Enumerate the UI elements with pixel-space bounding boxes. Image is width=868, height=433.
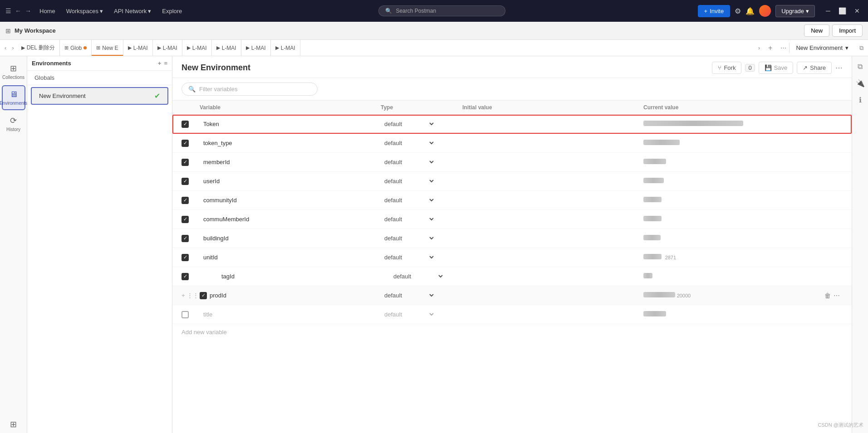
env-filter-icon[interactable]: ≡	[164, 60, 167, 67]
right-sidebar: ⧉ 🔌 ℹ	[852, 56, 868, 433]
blurred-current-unitid	[643, 254, 662, 259]
invite-button[interactable]: + Invite	[698, 5, 731, 17]
type-select-prodid[interactable]: default	[381, 290, 435, 301]
right-panel-env-icon[interactable]: 🔌	[853, 76, 868, 90]
filter-placeholder: Filter variables	[199, 86, 238, 92]
tab-lmai-3[interactable]: ▶ L-MAI	[182, 40, 212, 56]
env-globals[interactable]: Globals	[27, 71, 172, 85]
nav-workspaces[interactable]: Workspaces ▾	[62, 6, 108, 16]
type-select-tagid[interactable]: default	[390, 271, 444, 282]
more-options-button[interactable]: ⋯	[835, 63, 843, 72]
row-checkbox-memberid[interactable]	[181, 159, 189, 166]
tab-del[interactable]: ▶ DEL 删除分	[17, 40, 60, 56]
tab-forward-button[interactable]: ›	[9, 43, 16, 53]
row-add-icon-prodid: + ⋮⋮	[181, 292, 200, 299]
settings-icon[interactable]: ⚙	[735, 7, 741, 15]
more-row-button[interactable]: ⋯	[834, 292, 840, 299]
bell-icon[interactable]: 🔔	[745, 7, 755, 15]
tab-lmai-2[interactable]: ▶ L-MAI	[153, 40, 182, 56]
tab-back-button[interactable]: ‹	[2, 43, 9, 53]
tab-add-button[interactable]: +	[765, 42, 776, 54]
nav-api-network[interactable]: API Network ▾	[109, 6, 156, 16]
forward-button[interactable]: →	[25, 7, 31, 15]
env-add-icon[interactable]: +	[158, 60, 162, 67]
new-env-tab-label: New Environment	[796, 44, 843, 51]
minimize-button[interactable]: ─	[823, 6, 833, 15]
tab-lmai-4[interactable]: ▶ L-MAI	[212, 40, 241, 56]
tab-overflow-button[interactable]: ›	[755, 43, 763, 53]
tab-split-button[interactable]: ⧉	[857, 43, 866, 54]
menu-icon[interactable]: ☰	[5, 7, 11, 15]
row-checkbox-unitid[interactable]	[181, 254, 189, 261]
import-button[interactable]: Import	[832, 24, 863, 37]
save-button[interactable]: 💾 Save	[759, 62, 794, 74]
new-env-tab: New Environment ▾	[789, 43, 855, 53]
maximize-button[interactable]: ⬜	[836, 6, 849, 15]
row-checkbox-prodid[interactable]	[200, 292, 207, 299]
var-name-memberid: memberId	[200, 159, 381, 165]
upgrade-button[interactable]: Upgrade ▾	[775, 5, 815, 17]
new-button[interactable]: New	[804, 24, 829, 37]
env-globals-label: Globals	[34, 74, 54, 81]
window-controls: ─ ⬜ ✕	[823, 6, 863, 15]
type-select-commumemberid[interactable]: default	[381, 214, 435, 225]
close-button[interactable]: ✕	[852, 6, 863, 15]
row-checkbox-userid[interactable]	[181, 178, 189, 185]
table-row: tagId default	[172, 267, 852, 286]
type-select-buildingid[interactable]: default	[381, 233, 435, 244]
workspace-icon[interactable]: ⊞	[5, 27, 11, 34]
tab-lmai-5[interactable]: ▶ L-MAI	[241, 40, 271, 56]
row-checkbox-tagid[interactable]	[181, 273, 189, 280]
nav-home[interactable]: Home	[35, 6, 60, 16]
filter-input-container[interactable]: 🔍 Filter variables	[181, 83, 318, 96]
current-value-unitid: 2871	[643, 254, 824, 261]
env-item-new[interactable]: New Environment ✔	[31, 87, 168, 105]
search-bar[interactable]: 🔍 Search Postman	[378, 5, 505, 16]
type-select-token[interactable]: default secret	[381, 118, 435, 130]
topbar-right: + Invite ⚙ 🔔 Upgrade ▾ ─ ⬜ ✕	[698, 5, 863, 17]
tab-lmai-6-icon: ▶	[275, 45, 279, 51]
type-select-token-type[interactable]: default	[381, 137, 435, 149]
blurred-current-memberid	[643, 159, 666, 164]
var-name-communityid: communityId	[200, 197, 381, 204]
type-select-userid[interactable]: default	[381, 175, 435, 187]
row-checkbox-commumemberid[interactable]	[181, 216, 189, 223]
type-select-communityid[interactable]: default	[381, 195, 435, 206]
row-checkbox-token-type[interactable]	[181, 140, 189, 147]
sidebar-item-environments[interactable]: 🖥 Environments	[2, 85, 25, 110]
row-checkbox-buildingid[interactable]	[181, 235, 189, 242]
env-panel-title: Environments	[32, 60, 71, 67]
avatar[interactable]	[759, 5, 771, 17]
row-checkbox-communityid[interactable]	[181, 197, 189, 204]
share-button[interactable]: ↗ Share	[797, 62, 832, 74]
type-select-title[interactable]: default	[381, 309, 435, 320]
row-checkbox-title[interactable]	[181, 311, 189, 318]
right-panel-info-icon[interactable]: ℹ	[856, 93, 864, 107]
fork-icon: ⑂	[718, 64, 721, 71]
tab-new-env[interactable]: ⊞ New E	[92, 40, 123, 56]
delete-row-button[interactable]: 🗑	[824, 292, 831, 299]
add-new-variable-row[interactable]: Add new variable	[172, 324, 852, 340]
type-select-unitid[interactable]: default	[381, 252, 435, 263]
row-plus-icon[interactable]: +	[181, 292, 185, 299]
type-select-memberid[interactable]: default	[381, 156, 435, 168]
back-button[interactable]: ←	[15, 7, 21, 15]
nav-explore[interactable]: Explore	[157, 6, 186, 16]
tab-lmai-1[interactable]: ▶ L-MAI	[123, 40, 153, 56]
prodid-value-hint: 20000	[677, 293, 691, 298]
tab-menu-button[interactable]: ⋯	[778, 43, 789, 53]
row-checkbox-token[interactable]	[181, 121, 189, 128]
current-value-token-type	[643, 140, 824, 146]
row-drag-icon[interactable]: ⋮⋮	[187, 292, 199, 299]
right-panel-top-icon[interactable]: ⧉	[855, 60, 865, 73]
var-name-title: title	[200, 311, 381, 318]
tab-lmai-6[interactable]: ▶ L-MAI	[271, 40, 300, 56]
sidebar-item-history[interactable]: ⟳ History	[2, 112, 25, 136]
sidebar-item-extra[interactable]: ⊞	[2, 416, 25, 433]
new-env-tab-arrow[interactable]: ▾	[845, 44, 848, 51]
table-row: memberId default	[172, 153, 852, 172]
tab-glob[interactable]: ⊞ Glob	[60, 40, 92, 56]
fork-button[interactable]: ⑂ Fork	[712, 62, 741, 74]
sidebar-item-collections[interactable]: ⊞ Collections	[2, 60, 25, 83]
blurred-current-tagid	[643, 273, 652, 278]
